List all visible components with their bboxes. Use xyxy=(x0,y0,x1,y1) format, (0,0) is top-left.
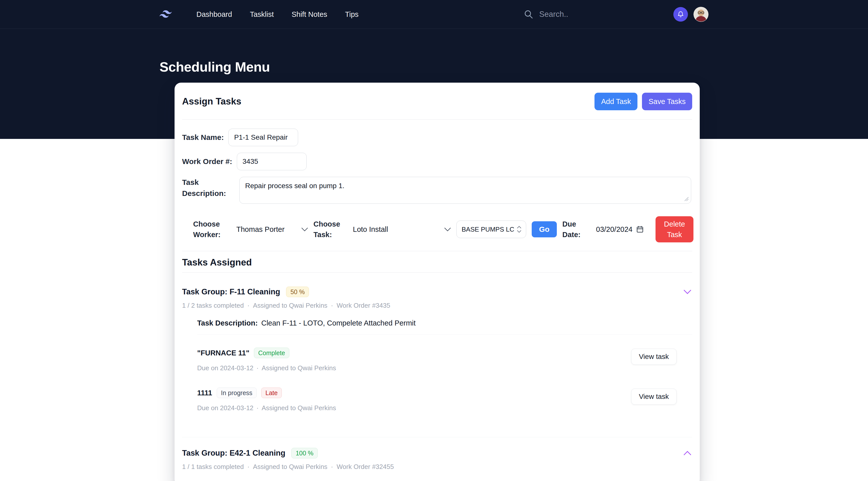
separator-dot: · xyxy=(331,302,333,309)
view-task-button[interactable]: View task xyxy=(631,349,677,365)
save-tasks-button[interactable]: Save Tasks xyxy=(642,93,692,110)
task-name: 1111 xyxy=(197,389,212,397)
go-button[interactable]: Go xyxy=(532,221,557,237)
task-description-textarea[interactable]: Repair process seal on pump 1. xyxy=(239,177,691,204)
chevron-down-icon xyxy=(301,228,308,231)
assign-tasks-card: Assign Tasks Add Task Save Tasks Task Na… xyxy=(175,83,700,481)
task-group-header: Task Group: E42-1 Cleaning 100 % xyxy=(182,448,692,458)
group-assigned: Assigned to Qwai Perkins xyxy=(253,302,327,309)
group-assigned: Assigned to Qwai Perkins xyxy=(253,463,327,471)
task-name: "FURNACE 11" xyxy=(197,349,249,357)
task-group-title: Task Group: E42-1 Cleaning xyxy=(182,449,285,458)
task-select[interactable]: Loto Install xyxy=(353,225,451,234)
task-assigned: Assigned to Qwai Perkins xyxy=(262,404,336,412)
work-order-label: Work Order #: xyxy=(182,156,232,167)
delete-task-button[interactable]: Delete Task xyxy=(655,216,693,242)
nav-link-dashboard[interactable]: Dashboard xyxy=(196,10,232,19)
task-description-label: Task Description: xyxy=(182,177,235,199)
select-stepper-icon xyxy=(516,225,522,234)
worker-select[interactable]: Thomas Porter xyxy=(236,225,308,234)
assign-tasks-heading: Assign Tasks xyxy=(182,96,241,107)
group-work-order: Work Order #32455 xyxy=(337,463,394,471)
task-name-label: Task Name: xyxy=(182,132,224,143)
add-task-button[interactable]: Add Task xyxy=(594,93,638,110)
nav-link-tips[interactable]: Tips xyxy=(345,10,359,19)
tailwind-logo-icon[interactable] xyxy=(159,10,173,18)
chevron-down-icon xyxy=(684,290,691,294)
group-description-value: Clean F-11 - LOTO, Compelete Attached Pe… xyxy=(261,319,416,327)
work-order-input[interactable] xyxy=(237,153,307,170)
assign-task-form: Task Name: Work Order #: Task Descriptio… xyxy=(182,129,692,251)
task-due-line: Due on 2024-03-12 · Assigned to Qwai Per… xyxy=(197,364,336,372)
task-due-date: Due on 2024-03-12 xyxy=(197,404,253,412)
task-due-date: Due on 2024-03-12 xyxy=(197,364,253,372)
group-completed: 1 / 1 tasks completed xyxy=(182,463,244,471)
percent-badge: 100 % xyxy=(291,448,318,458)
search-box[interactable] xyxy=(524,9,664,19)
expand-group-button[interactable] xyxy=(683,450,692,456)
status-badge-in-progress: In progress xyxy=(217,388,257,398)
calendar-icon[interactable] xyxy=(636,225,644,233)
separator-dot: · xyxy=(331,463,333,471)
task-select-value: Loto Install xyxy=(353,225,388,234)
task-group-header: Task Group: F-11 Cleaning 50 % xyxy=(182,287,692,297)
due-date-input[interactable]: 03/20/2024 xyxy=(596,225,650,234)
task-due-line: Due on 2024-03-12 · Assigned to Qwai Per… xyxy=(197,404,336,412)
task-group-subtitle: 1 / 2 tasks completed · Assigned to Qwai… xyxy=(182,302,692,309)
group-description-label: Task Description: xyxy=(197,319,258,327)
task-group-title: Task Group: F-11 Cleaning xyxy=(182,287,280,296)
task-group-subtitle: 1 / 1 tasks completed · Assigned to Qwai… xyxy=(182,463,692,471)
status-badge-complete: Complete xyxy=(254,348,289,358)
separator-dot: · xyxy=(256,364,259,372)
worker-select-value: Thomas Porter xyxy=(236,225,285,234)
search-icon xyxy=(524,9,534,19)
choose-worker-label: Choose Worker: xyxy=(193,219,231,240)
top-nav: Dashboard Tasklist Shift Notes Tips xyxy=(0,0,868,29)
permit-select[interactable]: BASE PUMPS LC xyxy=(456,220,526,238)
resize-grip-icon[interactable] xyxy=(684,196,689,201)
task-name-input[interactable] xyxy=(228,129,298,146)
collapse-group-button[interactable] xyxy=(683,289,692,295)
group-work-order: Work Order #3435 xyxy=(337,302,390,309)
separator-dot: · xyxy=(256,404,259,412)
avatar[interactable] xyxy=(693,7,709,22)
task-group: Task Group: E42-1 Cleaning 100 % 1 / 1 t… xyxy=(182,437,692,471)
status-badge-late: Late xyxy=(261,388,282,398)
task-group: Task Group: F-11 Cleaning 50 % 1 / 2 tas… xyxy=(182,287,692,412)
task-assigned: Assigned to Qwai Perkins xyxy=(262,364,336,372)
choose-task-label: Choose Task: xyxy=(313,219,347,240)
chevron-up-icon xyxy=(684,451,691,455)
page-title: Scheduling Menu xyxy=(159,59,709,74)
separator-dot: · xyxy=(247,302,250,309)
task-row: 1111 In progress Late Due on 2024-03-12 … xyxy=(197,372,692,412)
task-group-body: Task Description:Clean F-11 - LOTO, Comp… xyxy=(197,319,692,412)
search-input[interactable] xyxy=(539,10,664,19)
nav-links: Dashboard Tasklist Shift Notes Tips xyxy=(196,10,359,19)
nav-link-shift-notes[interactable]: Shift Notes xyxy=(291,10,327,19)
bell-icon xyxy=(676,10,685,19)
permit-select-value: BASE PUMPS LC xyxy=(462,226,515,233)
notifications-button[interactable] xyxy=(673,7,688,22)
tasks-assigned-heading: Tasks Assigned xyxy=(182,251,692,273)
worker-assignment-row: Choose Worker: Thomas Porter Choose Task… xyxy=(182,216,692,246)
chevron-down-icon xyxy=(444,228,451,231)
due-date-value: 03/20/2024 xyxy=(596,225,632,234)
task-row: "FURNACE 11" Complete Due on 2024-03-12 … xyxy=(197,335,692,372)
group-description-row: Task Description:Clean F-11 - LOTO, Comp… xyxy=(197,319,692,335)
view-task-button[interactable]: View task xyxy=(631,389,677,404)
group-completed: 1 / 2 tasks completed xyxy=(182,302,244,309)
nav-link-tasklist[interactable]: Tasklist xyxy=(250,10,274,19)
separator-dot: · xyxy=(247,463,250,471)
percent-badge: 50 % xyxy=(286,287,309,297)
card-header: Assign Tasks Add Task Save Tasks xyxy=(182,90,692,120)
main-content: Assign Tasks Add Task Save Tasks Task Na… xyxy=(0,83,868,481)
due-date-label: Due Date: xyxy=(562,219,590,240)
